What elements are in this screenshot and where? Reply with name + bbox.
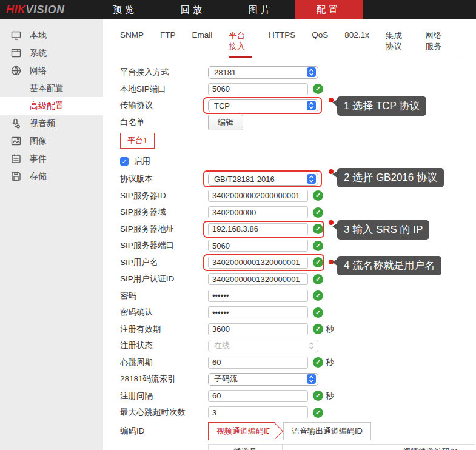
field-row-access-mode: 平台接入方式 28181	[120, 66, 476, 78]
select-stepper-icon	[307, 67, 316, 77]
sidebar-item-event[interactable]: 事件	[0, 150, 103, 167]
sidebar-item-storage[interactable]: 存储	[0, 167, 103, 185]
window-icon	[11, 48, 21, 58]
tab-qos[interactable]: QoS	[312, 25, 328, 58]
seconds-unit: 秒	[326, 324, 334, 335]
nav-picture[interactable]: 图片	[227, 0, 295, 19]
tab-https[interactable]: HTTPS	[269, 25, 295, 58]
enable-checkbox[interactable]: ✓	[120, 157, 129, 166]
sip-server-port-input[interactable]	[208, 240, 308, 252]
nav-preview[interactable]: 预览	[91, 0, 159, 19]
select-value: 28181	[214, 68, 236, 77]
select-value: 子码流	[214, 374, 238, 385]
field-row-transport-protocol: 传输协议 TCP 1 选择 TCP 协议	[120, 99, 476, 112]
select-stepper-icon	[307, 101, 316, 110]
select-value: TCP	[214, 101, 230, 110]
sidebar-item-label: 视音频	[30, 118, 55, 129]
password-input[interactable]	[208, 290, 308, 302]
table-header-row: 通道号 视频通道编码ID	[209, 444, 475, 450]
max-heartbeat-timeout-input[interactable]	[208, 406, 308, 418]
tab-video-channel-encode-id[interactable]: 视频通道编码ID	[208, 422, 275, 440]
valid-check-icon: ✓	[313, 241, 323, 251]
field-row-sip-server-port: SIP服务器端口 ✓	[120, 240, 476, 252]
field-row-sip-server-id: SIP服务器ID ✓	[120, 190, 476, 202]
tab-network-service[interactable]: 网络服务	[425, 25, 449, 58]
enable-label: 启用	[134, 156, 150, 167]
sip-server-domain-input[interactable]	[208, 206, 308, 218]
sidebar-item-advanced-config[interactable]: 高级配置	[0, 97, 103, 115]
sip-server-id-input[interactable]	[208, 190, 308, 202]
transport-protocol-select[interactable]: TCP	[208, 99, 318, 112]
select-stepper-icon	[307, 374, 316, 384]
select-value: 在线	[214, 340, 230, 351]
field-label: SIP服务器域	[120, 207, 208, 218]
tab-ftp[interactable]: FTP	[160, 25, 176, 58]
heartbeat-interval-input[interactable]	[208, 357, 308, 369]
settings-tabs: SNMP FTP Email 平台接入 HTTPS QoS 802.1x 集成协…	[120, 25, 465, 58]
calendar-icon	[11, 153, 21, 164]
register-interval-input[interactable]	[208, 390, 308, 402]
field-label: SIP服务器端口	[120, 240, 208, 251]
stream-index-select[interactable]: 子码流	[208, 373, 318, 386]
top-nav: 预览 回放 图片 配置	[91, 0, 363, 19]
sidebar-item-local[interactable]: 本地	[0, 27, 103, 44]
field-row-sip-server-address: SIP服务器地址 ✓ 3 输入 SRS 的 IP	[120, 223, 476, 235]
tab-audio-output-encode-id[interactable]: 语音输出通道编码ID	[283, 422, 371, 440]
valid-check-icon: ✓	[313, 324, 323, 334]
logo-hik: HIK	[6, 4, 26, 16]
sidebar-item-audio-video[interactable]: 视音频	[0, 115, 103, 132]
valid-check-icon: ✓	[313, 224, 323, 234]
sidebar-item-image[interactable]: 图像	[0, 132, 103, 150]
field-row-register-status: 注册状态 在线	[120, 340, 476, 352]
local-sip-port-input[interactable]	[208, 83, 308, 95]
field-label: 心跳周期	[120, 357, 208, 368]
platform-section-bar: 平台1	[120, 133, 476, 147]
sip-auth-id-input[interactable]	[208, 273, 308, 285]
sip-username-input[interactable]	[208, 257, 308, 269]
protocol-version-select[interactable]: GB/T28181-2016	[208, 173, 318, 186]
sidebar-item-label: 系统	[30, 48, 47, 59]
field-label: 协议版本	[120, 173, 208, 184]
tab-email[interactable]: Email	[192, 25, 213, 58]
sidebar-item-label: 网络	[30, 65, 47, 76]
sip-server-address-input[interactable]	[208, 223, 308, 235]
select-value: GB/T28181-2016	[214, 175, 275, 184]
field-label: 最大心跳超时次数	[120, 407, 208, 418]
annotation-tooltip-4: 4 流名称就是用户名	[337, 256, 441, 275]
field-label: 本地SIP端口	[120, 84, 208, 95]
register-validity-input[interactable]	[208, 323, 308, 335]
field-label: SIP服务器地址	[120, 224, 208, 235]
hikvision-logo: HIKVISION	[0, 0, 91, 19]
field-label: 注册状态	[120, 340, 208, 351]
field-label: 平台接入方式	[120, 67, 208, 78]
nav-configuration[interactable]: 配置	[295, 0, 363, 19]
sidebar-item-network[interactable]: 网络	[0, 62, 103, 79]
field-row-password: 密码 ✓	[120, 290, 476, 302]
field-row-sip-server-domain: SIP服务器域 ✓	[120, 206, 476, 218]
password-confirm-input[interactable]	[208, 306, 308, 318]
valid-check-icon: ✓	[313, 84, 323, 94]
sidebar-item-system[interactable]: 系统	[0, 44, 103, 62]
col-header-video-encode-id: 视频通道编码ID	[283, 444, 475, 450]
tab-8021x[interactable]: 802.1x	[344, 25, 369, 58]
valid-check-icon: ✓	[313, 307, 323, 318]
whitelist-edit-button[interactable]: 编辑	[208, 115, 243, 130]
access-mode-select[interactable]: 28181	[208, 66, 318, 79]
platform1-tab[interactable]: 平台1	[120, 133, 155, 149]
tab-platform-access[interactable]: 平台接入	[229, 25, 252, 58]
sidebar-item-label: 事件	[30, 153, 47, 164]
sidebar-item-label: 基本配置	[30, 83, 64, 94]
sidebar-item-basic-config[interactable]: 基本配置	[0, 79, 103, 97]
enable-row: ✓ 启用	[120, 156, 476, 166]
nav-playback[interactable]: 回放	[159, 0, 227, 19]
field-row-password-confirm: 密码确认 ✓	[120, 306, 476, 318]
sidebar-item-label: 图像	[30, 136, 47, 147]
field-row-heartbeat-interval: 心跳周期 ✓ 秒	[120, 357, 476, 369]
tab-snmp[interactable]: SNMP	[120, 25, 144, 58]
sidebar: 本地 系统 网络 基本配置 高级配置 视音频	[0, 19, 103, 450]
tab-integration-protocol[interactable]: 集成协议	[386, 25, 409, 58]
monitor-icon	[11, 30, 21, 41]
field-row-register-validity: 注册有效期 ✓ 秒	[120, 323, 476, 335]
select-stepper-icon	[307, 341, 316, 351]
field-label: 28181码流索引	[120, 374, 208, 385]
